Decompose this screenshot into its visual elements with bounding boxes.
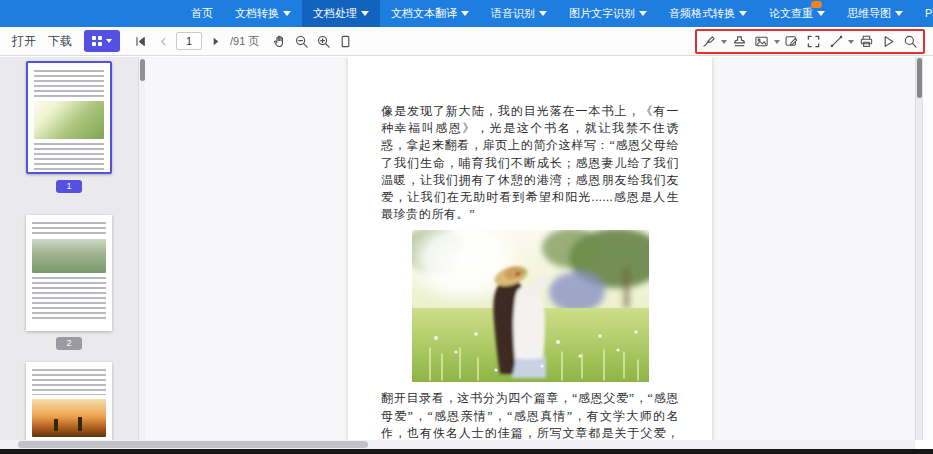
chevron-down-icon[interactable] [721, 40, 727, 44]
note-button[interactable] [782, 31, 802, 53]
top-navbar: 首页 文档转换 文档处理 文档文本翻译 语音识别 图片文字识别 音频格式转换 论… [0, 0, 933, 27]
line-shape-button[interactable] [826, 31, 846, 53]
document-paragraph-1: 像是发现了新大陆，我的目光落在一本书上，《有一种幸福叫感恩》，光是这个书名，就让… [381, 103, 679, 223]
pdf-viewer-window: 首页 文档转换 文档处理 文档文本翻译 语音识别 图片文字识别 音频格式转换 论… [0, 0, 933, 454]
page-badge-1: 1 [56, 180, 82, 193]
sidebar-scrollbar[interactable] [138, 57, 145, 440]
single-page-view-button[interactable] [335, 30, 355, 52]
thumbnail-image [34, 101, 104, 139]
zoom-out-icon [294, 34, 309, 49]
nav-home[interactable]: 首页 [180, 0, 224, 27]
thumbnail-sidebar: 1 2 [0, 57, 138, 440]
chevron-down-icon [461, 11, 469, 16]
nav-paper-check[interactable]: 论文查重 [758, 0, 836, 27]
thumbnail-image [32, 399, 106, 437]
chevron-down-icon [361, 11, 369, 16]
search-button[interactable] [901, 31, 921, 53]
prev-page-button[interactable] [153, 30, 173, 52]
thumbnail-image [32, 239, 106, 273]
zoom-out-button[interactable] [291, 30, 311, 52]
nav-ocr[interactable]: 图片文字识别 [558, 0, 658, 27]
chevron-down-icon [639, 11, 647, 16]
nav-doc-convert[interactable]: 文档转换 [224, 0, 302, 27]
insert-image-button[interactable] [752, 31, 772, 53]
printer-icon [859, 34, 874, 49]
page-thumbnail-3[interactable] [26, 362, 112, 440]
fullscreen-button[interactable] [804, 31, 824, 53]
note-icon [784, 34, 799, 49]
stamp-button[interactable] [729, 31, 749, 53]
chevron-down-icon [739, 11, 747, 16]
next-page-icon [210, 36, 221, 47]
nav-mindmap[interactable]: 思维导图 [836, 0, 914, 27]
thumbnail-panel-toggle[interactable] [84, 30, 120, 52]
signature-pen-icon [702, 34, 717, 49]
hand-icon [272, 34, 287, 49]
chevron-down-icon [106, 39, 112, 43]
hot-badge [811, 1, 822, 8]
stamp-icon [732, 34, 747, 49]
window-right-edge [922, 57, 933, 440]
app-body: 1 2 像是发现了新大陆，我的目光落在一本书上，《有一种幸福叫感恩》，光是这个书… [0, 57, 933, 454]
window-bottom-strip [0, 449, 933, 454]
nav-doc-translate[interactable]: 文档文本翻译 [380, 0, 480, 27]
first-page-button[interactable] [130, 30, 150, 52]
line-icon [829, 34, 844, 49]
page-thumbnail-1[interactable] [26, 61, 112, 174]
single-page-icon [338, 34, 353, 49]
image-icon [754, 34, 769, 49]
nav-audio-convert[interactable]: 音频格式转换 [658, 0, 758, 27]
open-button[interactable]: 打开 [12, 33, 36, 50]
page-navigation: /91 页 [130, 30, 259, 52]
chevron-down-icon [283, 11, 291, 16]
viewer-scrollbar[interactable] [915, 57, 922, 440]
document-photo-girl-in-meadow [412, 230, 649, 382]
chevron-down-icon[interactable] [774, 40, 780, 44]
page-badge-2: 2 [56, 337, 82, 350]
prev-page-icon [158, 36, 169, 47]
chevron-down-icon [539, 11, 547, 16]
nav-doc-process[interactable]: 文档处理 [302, 0, 380, 27]
viewer-toolbar: 打开 下载 /91 页 [0, 27, 933, 56]
nav-speech-recognition[interactable]: 语音识别 [480, 0, 558, 27]
page-total-label: /91 页 [230, 34, 259, 49]
present-play-button[interactable] [879, 31, 899, 53]
page-number-input[interactable] [176, 32, 202, 50]
play-icon [881, 34, 896, 49]
document-paragraph-2: 翻开目录看，这书分为四个篇章，“感恩父爱”，“感恩母爱”，“感恩亲情”，“感恩真… [381, 390, 679, 440]
zoom-in-icon [316, 34, 331, 49]
chevron-down-icon[interactable] [848, 40, 854, 44]
page-thumbnail-2[interactable] [26, 215, 112, 331]
horizontal-scrollbar[interactable] [0, 440, 915, 449]
download-button[interactable]: 下载 [48, 33, 72, 50]
grid-icon [92, 36, 102, 46]
hand-tool-button[interactable] [269, 30, 289, 52]
document-viewer: 像是发现了新大陆，我的目光落在一本书上，《有一种幸福叫感恩》，光是这个书名，就让… [145, 57, 915, 440]
search-icon [903, 34, 918, 49]
next-page-button[interactable] [205, 30, 225, 52]
annotation-toolbar [695, 29, 925, 54]
document-page: 像是发现了新大陆，我的目光落在一本书上，《有一种幸福叫感恩》，光是这个书名，就让… [348, 57, 712, 440]
signature-pen-button[interactable] [699, 31, 719, 53]
first-page-icon [134, 35, 147, 48]
print-button[interactable] [856, 31, 876, 53]
fullscreen-icon [806, 34, 821, 49]
view-tools [269, 30, 355, 52]
chevron-down-icon [817, 11, 825, 16]
main-nav: 首页 文档转换 文档处理 文档文本翻译 语音识别 图片文字识别 音频格式转换 论… [180, 0, 933, 27]
zoom-in-button[interactable] [313, 30, 333, 52]
chevron-down-icon [895, 11, 903, 16]
horizontal-scrollbar-thumb[interactable] [18, 441, 368, 448]
nav-ppt-template[interactable]: PPT模板 [914, 0, 933, 27]
